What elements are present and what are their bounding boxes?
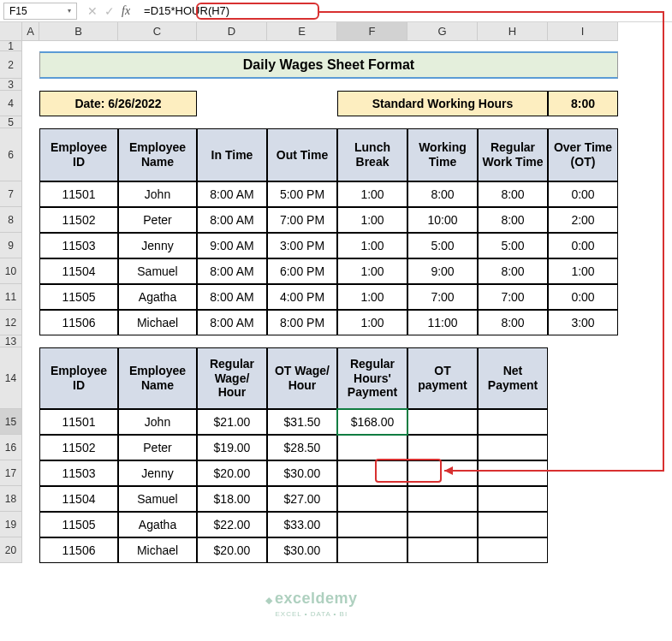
t1-r1c1[interactable]: Peter bbox=[118, 207, 197, 233]
t1-r0c5[interactable]: 8:00 bbox=[407, 181, 478, 207]
t1-r1c6[interactable]: 8:00 bbox=[478, 207, 548, 233]
cancel-icon[interactable]: ✕ bbox=[87, 4, 98, 18]
col-E[interactable]: E bbox=[267, 22, 337, 41]
t1-r5c5[interactable]: 11:00 bbox=[407, 310, 478, 335]
t2-r4c3[interactable]: $33.00 bbox=[267, 512, 337, 537]
t1-r3c7[interactable]: 1:00 bbox=[548, 258, 618, 284]
t2-r1c5[interactable] bbox=[407, 435, 478, 460]
t2-r3c5[interactable] bbox=[407, 486, 478, 512]
row-8[interactable]: 8 bbox=[0, 207, 22, 233]
cell-blank[interactable] bbox=[22, 51, 39, 79]
t1-hdr-5[interactable]: Working Time bbox=[407, 128, 478, 181]
col-H[interactable]: H bbox=[478, 22, 548, 41]
t2-r2c4[interactable] bbox=[337, 460, 407, 486]
cell-blank[interactable] bbox=[22, 347, 39, 409]
row-3[interactable]: 3 bbox=[0, 79, 22, 91]
t1-r1c2[interactable]: 8:00 AM bbox=[197, 207, 267, 233]
t2-r0c0[interactable]: 11501 bbox=[39, 409, 118, 435]
t1-r2c0[interactable]: 11503 bbox=[39, 233, 118, 258]
t1-r5c6[interactable]: 8:00 bbox=[478, 310, 548, 335]
row-2[interactable]: 2 bbox=[0, 51, 22, 79]
t2-r2c2[interactable]: $20.00 bbox=[197, 460, 267, 486]
col-B[interactable]: B bbox=[39, 22, 118, 41]
cell-blank[interactable] bbox=[22, 207, 39, 233]
row-12[interactable]: 12 bbox=[0, 310, 22, 335]
t1-r4c6[interactable]: 7:00 bbox=[478, 284, 548, 310]
cell-blank[interactable] bbox=[22, 435, 39, 460]
t1-r4c2[interactable]: 8:00 AM bbox=[197, 284, 267, 310]
t2-r3c4[interactable] bbox=[337, 486, 407, 512]
t1-r2c3[interactable]: 3:00 PM bbox=[267, 233, 337, 258]
cell-blank[interactable] bbox=[22, 486, 39, 512]
name-box-dropdown-icon[interactable]: ▾ bbox=[68, 7, 71, 15]
t1-r0c3[interactable]: 5:00 PM bbox=[267, 181, 337, 207]
cell-blank[interactable] bbox=[197, 91, 337, 116]
t2-r0c4-selected[interactable]: $168.00 bbox=[337, 409, 407, 435]
col-F[interactable]: F bbox=[337, 22, 407, 41]
t2-r0c5[interactable] bbox=[407, 409, 478, 435]
t2-r4c1[interactable]: Agatha bbox=[118, 512, 197, 537]
row-14[interactable]: 14 bbox=[0, 347, 22, 409]
t2-r5c2[interactable]: $20.00 bbox=[197, 537, 267, 563]
t1-r2c2[interactable]: 9:00 AM bbox=[197, 233, 267, 258]
cell-blank[interactable] bbox=[22, 233, 39, 258]
t1-r1c3[interactable]: 7:00 PM bbox=[267, 207, 337, 233]
t2-r1c0[interactable]: 11502 bbox=[39, 435, 118, 460]
cell-blank[interactable] bbox=[548, 460, 618, 486]
t1-r5c0[interactable]: 11506 bbox=[39, 310, 118, 335]
row-1[interactable]: 1 bbox=[0, 41, 22, 51]
t2-r2c6[interactable] bbox=[478, 460, 548, 486]
t1-r5c7[interactable]: 3:00 bbox=[548, 310, 618, 335]
col-C[interactable]: C bbox=[118, 22, 197, 41]
t2-r1c4[interactable] bbox=[337, 435, 407, 460]
col-A[interactable]: A bbox=[22, 22, 39, 41]
t1-r5c4[interactable]: 1:00 bbox=[337, 310, 407, 335]
cell-blank[interactable] bbox=[548, 409, 618, 435]
t2-r0c3[interactable]: $31.50 bbox=[267, 409, 337, 435]
t1-r4c1[interactable]: Agatha bbox=[118, 284, 197, 310]
cell-blank[interactable] bbox=[22, 512, 39, 537]
row-10[interactable]: 10 bbox=[0, 258, 22, 284]
t2-r4c0[interactable]: 11505 bbox=[39, 512, 118, 537]
t1-r3c2[interactable]: 8:00 AM bbox=[197, 258, 267, 284]
t1-r3c1[interactable]: Samuel bbox=[118, 258, 197, 284]
cell-blank[interactable] bbox=[22, 181, 39, 207]
cell-blank[interactable] bbox=[22, 258, 39, 284]
t2-r5c4[interactable] bbox=[337, 537, 407, 563]
t2-r3c6[interactable] bbox=[478, 486, 548, 512]
t2-hdr-5[interactable]: OT payment bbox=[407, 347, 478, 409]
cell-blank[interactable] bbox=[22, 460, 39, 486]
t2-r5c1[interactable]: Michael bbox=[118, 537, 197, 563]
t1-hdr-2[interactable]: In Time bbox=[197, 128, 267, 181]
row-9[interactable]: 9 bbox=[0, 233, 22, 258]
t1-r5c2[interactable]: 8:00 AM bbox=[197, 310, 267, 335]
row-19[interactable]: 19 bbox=[0, 512, 22, 537]
t2-hdr-6[interactable]: Net Payment bbox=[478, 347, 548, 409]
cell-blank[interactable] bbox=[22, 41, 618, 51]
t2-r3c2[interactable]: $18.00 bbox=[197, 486, 267, 512]
t2-r1c1[interactable]: Peter bbox=[118, 435, 197, 460]
std-hours-label[interactable]: Standard Working Hours bbox=[337, 91, 548, 116]
t1-r4c4[interactable]: 1:00 bbox=[337, 284, 407, 310]
t2-r4c5[interactable] bbox=[407, 512, 478, 537]
t2-r3c1[interactable]: Samuel bbox=[118, 486, 197, 512]
t1-r2c6[interactable]: 5:00 bbox=[478, 233, 548, 258]
t1-r1c4[interactable]: 1:00 bbox=[337, 207, 407, 233]
t2-r4c2[interactable]: $22.00 bbox=[197, 512, 267, 537]
t1-r3c0[interactable]: 11504 bbox=[39, 258, 118, 284]
cell-blank[interactable] bbox=[22, 335, 618, 347]
t2-r2c5[interactable] bbox=[407, 460, 478, 486]
cell-blank[interactable] bbox=[22, 128, 39, 181]
t2-r2c1[interactable]: Jenny bbox=[118, 460, 197, 486]
t2-r4c6[interactable] bbox=[478, 512, 548, 537]
row-15[interactable]: 15 bbox=[0, 409, 22, 435]
t1-hdr-7[interactable]: Over Time (OT) bbox=[548, 128, 618, 181]
t1-r3c4[interactable]: 1:00 bbox=[337, 258, 407, 284]
date-label[interactable]: Date: 6/26/2022 bbox=[39, 91, 197, 116]
t2-r3c3[interactable]: $27.00 bbox=[267, 486, 337, 512]
t1-r0c6[interactable]: 8:00 bbox=[478, 181, 548, 207]
cell-blank[interactable] bbox=[22, 116, 618, 128]
t2-hdr-3[interactable]: OT Wage/ Hour bbox=[267, 347, 337, 409]
row-16[interactable]: 16 bbox=[0, 435, 22, 460]
t1-hdr-3[interactable]: Out Time bbox=[267, 128, 337, 181]
